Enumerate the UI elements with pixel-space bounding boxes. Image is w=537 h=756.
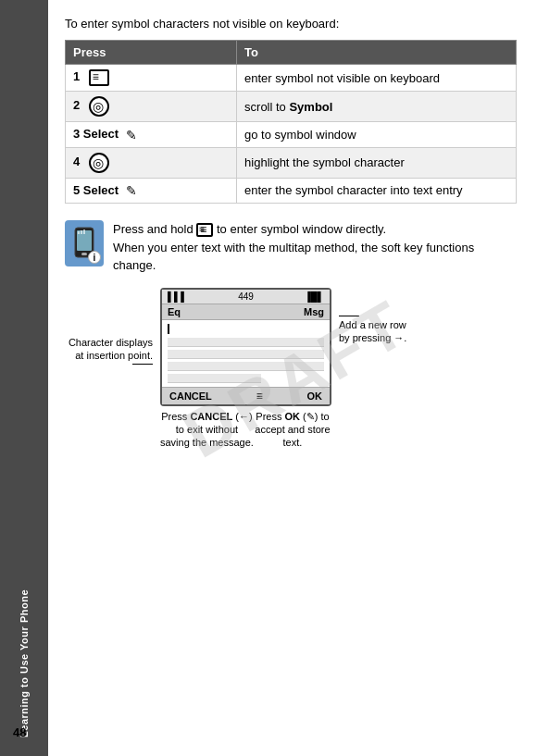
- nav-icon: [89, 96, 109, 117]
- sidebar-label: Learning to Use Your Phone: [19, 589, 30, 737]
- table-row: 4 highlight the symbol character: [66, 147, 517, 178]
- step-number: 1: [73, 69, 80, 83]
- title-right: Msg: [304, 306, 324, 317]
- table-row: 2 scroll to Symbol: [66, 92, 517, 122]
- bottom-annotation-right: Press OK (✎) to accept and store text.: [254, 410, 331, 450]
- add-row-label: Add a new row by pressing →.: [339, 318, 418, 345]
- bottom-annotation-left: Press CANCEL (←) to exit without saving …: [160, 410, 254, 450]
- steps-table: Press To 1 enter symbol not visible on k…: [65, 40, 517, 204]
- table-header-to: To: [237, 41, 517, 65]
- call-count: 449: [238, 291, 254, 302]
- table-header-press: Press: [66, 41, 237, 65]
- svg-rect-5: [83, 229, 85, 234]
- nav-icon: [89, 153, 109, 173]
- table-row: 5 Select ✎ enter the symbol character in…: [66, 178, 517, 204]
- note-text-1: Press and hold ≡ to enter symbol window …: [113, 220, 517, 239]
- phone-screen: ▌▌▌ 449 ▐█▌ Eq Msg: [160, 288, 331, 406]
- step-cell: 4: [66, 147, 237, 178]
- signal-bars: ▌▌▌: [168, 291, 187, 302]
- battery-icon: ▐█▌: [305, 291, 324, 302]
- cursor-line: [168, 324, 324, 335]
- phone-title-bar: Eq Msg: [162, 304, 330, 320]
- main-content: To enter symbol characters not visible o…: [48, 0, 537, 756]
- title-left: Eq: [168, 306, 181, 317]
- annotation-right: Add a new row by pressing →.: [339, 288, 418, 345]
- soft-menu-icon: ≡: [256, 390, 263, 403]
- soft-key-right: OK: [306, 390, 322, 402]
- note-text-2: When you enter text with the multitap me…: [113, 239, 517, 275]
- text-line-2: [168, 350, 324, 359]
- phone-status-bar: ▌▌▌ 449 ▐█▌: [162, 290, 330, 304]
- left-arrow-line: [132, 364, 153, 365]
- page-number: 48: [13, 725, 26, 739]
- step-number: 5: [73, 183, 80, 197]
- soft-key-left: CANCEL: [169, 390, 212, 402]
- char-display-label: Character displays at insertion point.: [65, 336, 153, 363]
- select-label: Select: [83, 183, 122, 197]
- step-cell: 3 Select ✎: [66, 122, 237, 148]
- phone-body: [162, 320, 330, 387]
- table-row: 3 Select ✎ go to symbol window: [66, 122, 517, 148]
- annotation-left: Character displays at insertion point.: [65, 288, 153, 366]
- intro-text: To enter symbol characters not visible o…: [65, 17, 517, 31]
- note-text-block: Press and hold ≡ to enter symbol window …: [113, 220, 517, 275]
- action-cell: scroll to Symbol: [237, 92, 517, 122]
- right-arrow-line: [339, 316, 359, 316]
- svg-rect-2: [81, 253, 87, 255]
- symbol-text: Symbol: [289, 100, 332, 114]
- action-cell: enter the symbol character into text ent…: [237, 178, 517, 204]
- info-badge: i: [88, 251, 101, 264]
- note-menu-icon: ≡: [196, 223, 213, 237]
- text-line-4: [168, 374, 261, 383]
- menu-icon: [89, 69, 109, 86]
- svg-rect-4: [81, 230, 82, 234]
- action-cell: go to symbol window: [237, 122, 517, 148]
- pencil-icon: ✎: [126, 128, 137, 143]
- text-cursor: [168, 324, 169, 334]
- step-cell: 1: [66, 65, 237, 92]
- phone-mockup-wrapper: ▌▌▌ 449 ▐█▌ Eq Msg: [160, 288, 331, 450]
- svg-rect-3: [78, 231, 80, 234]
- table-row: 1 enter symbol not visible on keyboard: [66, 65, 517, 92]
- phone-mockup-section: Character displays at insertion point. ▌…: [65, 288, 517, 450]
- note-section: i Press and hold ≡ to enter symbol windo…: [65, 220, 517, 275]
- step-number: 3: [73, 127, 80, 141]
- step-cell: 5 Select ✎: [66, 178, 237, 204]
- select-label: Select: [83, 127, 122, 141]
- action-cell: enter symbol not visible on keyboard: [237, 65, 517, 92]
- step-cell: 2: [66, 92, 237, 122]
- action-cell: highlight the symbol character: [237, 147, 517, 178]
- note-icon-box: i: [65, 220, 104, 266]
- annotation-bottom: Press CANCEL (←) to exit without saving …: [160, 410, 331, 450]
- phone-soft-bar: CANCEL ≡ OK: [162, 387, 330, 404]
- sidebar: Learning to Use Your Phone: [0, 0, 48, 756]
- pencil-icon: ✎: [126, 183, 137, 198]
- step-number: 4: [73, 155, 80, 168]
- text-line-3: [168, 362, 324, 371]
- text-line-1: [168, 338, 324, 347]
- step-number: 2: [73, 98, 80, 112]
